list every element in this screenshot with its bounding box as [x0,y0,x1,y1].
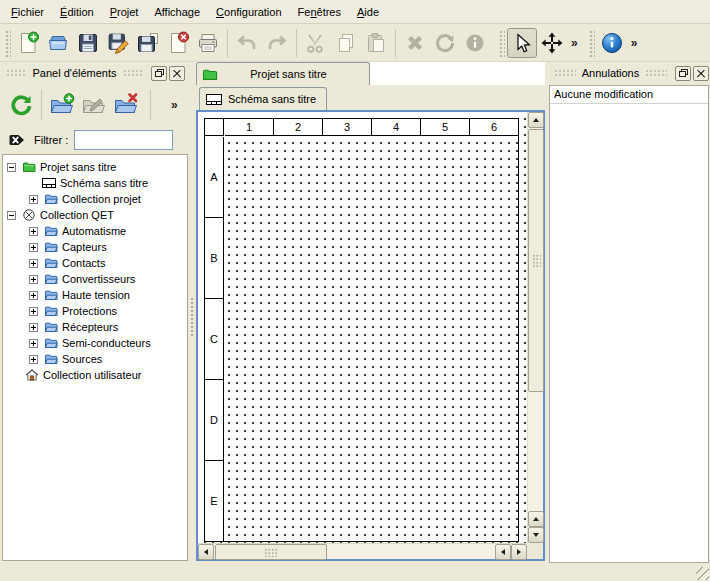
undo-list-item[interactable]: Aucune modification [550,86,708,104]
print-button[interactable] [193,28,223,58]
menu-edition[interactable]: Édition [52,0,102,23]
menu-affichage[interactable]: Affichage [146,0,208,23]
expand-icon[interactable] [29,227,38,236]
expand-icon[interactable] [29,307,38,316]
tree-item-recepteurs[interactable]: Récepteurs [3,319,187,335]
toolbar-handle[interactable] [498,29,505,57]
tree-item-sources[interactable]: Sources [3,351,187,367]
right-splitter[interactable] [545,62,548,563]
schema-tabbar: Schéma sans titre [196,85,545,110]
save-all-button[interactable] [133,28,163,58]
copy-button[interactable] [331,28,361,58]
tree-item-automatisme[interactable]: Automatisme [3,223,187,239]
expand-icon[interactable] [29,243,38,252]
close-file-button[interactable] [163,28,193,58]
diagram-view[interactable]: 1 2 3 4 5 6 A B C D E [196,110,545,561]
vertical-scrollbar-thumb[interactable] [528,129,544,392]
new-category-button[interactable] [46,89,78,121]
toolbar-overflow-chevron[interactable]: » [627,36,642,50]
scroll-up-button[interactable] [528,112,544,128]
expand-icon[interactable] [29,323,38,332]
tree-item-haute-tension[interactable]: Haute tension [3,287,187,303]
tree-item-label: Schéma sans titre [60,177,148,189]
tab-schema-sans-titre[interactable]: Schéma sans titre [199,87,327,110]
menu-projet[interactable]: Projet [102,0,147,23]
tree-item-projet-sans-titre[interactable]: Projet sans titre [3,159,187,175]
horizontal-scrollbar[interactable] [198,543,527,559]
select-tool-button[interactable] [507,28,537,58]
tree-item-semi-conducteurs[interactable]: Semi-conducteurs [3,335,187,351]
grid-column-label: 5 [421,119,470,135]
expand-icon[interactable] [29,259,38,268]
menu-aide[interactable]: Aide [349,0,387,23]
tree-item-convertisseurs[interactable]: Convertisseurs [3,271,187,287]
save-button[interactable] [73,28,103,58]
close-panel-button[interactable] [693,66,709,81]
edit-category-button[interactable] [78,89,110,121]
left-splitter[interactable] [188,62,196,563]
collapse-icon[interactable] [7,163,16,172]
element-info-button[interactable] [460,28,490,58]
open-button[interactable] [43,28,73,58]
undo-panel-title: Annulations [582,67,640,79]
expand-icon[interactable] [29,195,38,204]
elements-panel-titlebar[interactable]: Panel d'éléments [0,62,188,84]
diagram-icon [206,93,222,106]
tree-item-collection-utilisateur[interactable]: Collection utilisateur [3,367,187,383]
scroll-left-button[interactable] [198,544,214,560]
filter-input[interactable] [74,130,173,150]
delete-category-button[interactable] [110,89,142,121]
elements-tree: Projet sans titre Schéma sans titre Coll… [2,154,188,561]
cut-icon [304,31,328,55]
redo-button[interactable] [262,28,292,58]
collapse-icon[interactable] [7,211,16,220]
menu-fenetres[interactable]: Fenêtres [290,0,349,23]
tree-item-collection-projet[interactable]: Collection projet [3,191,187,207]
reload-collections-button[interactable] [5,89,37,121]
delete-button[interactable] [400,28,430,58]
undo-list[interactable]: Aucune modification [549,85,709,563]
tree-item-capteurs[interactable]: Capteurs [3,239,187,255]
move-tool-button[interactable] [537,28,567,58]
diagram-canvas[interactable]: 1 2 3 4 5 6 A B C D E [198,112,527,543]
close-panel-button[interactable] [169,66,185,81]
undo-button[interactable] [232,28,262,58]
scroll-up-button-bottom[interactable] [528,511,544,527]
cut-button[interactable] [301,28,331,58]
expand-icon[interactable] [29,355,38,364]
menu-configuration[interactable]: Configuration [208,0,289,23]
print-icon [196,31,220,55]
expand-icon[interactable] [29,275,38,284]
help-button[interactable] [597,28,627,58]
resize-grip-icon[interactable] [696,567,709,580]
scroll-down-button[interactable] [528,527,544,543]
tree-item-contacts[interactable]: Contacts [3,255,187,271]
save-as-button[interactable] [103,28,133,58]
tree-item-collection-qet[interactable]: Collection QET [3,207,187,223]
clear-filter-icon[interactable] [8,131,26,149]
select-tool-icon [510,31,534,55]
vertical-scrollbar[interactable] [527,112,543,543]
tree-item-label: Contacts [62,257,105,269]
tree-item-protections[interactable]: Protections [3,303,187,319]
horizontal-scrollbar-thumb[interactable] [215,544,327,560]
scroll-left-button-right[interactable] [495,544,511,560]
float-panel-button[interactable] [151,66,167,81]
paste-button[interactable] [361,28,391,58]
toolbar-handle[interactable] [588,29,595,57]
toolbar-handle[interactable] [4,29,11,57]
tree-item-label: Capteurs [62,241,107,253]
expand-icon[interactable] [29,291,38,300]
undo-panel-titlebar[interactable]: Annulations [548,62,710,84]
expand-icon[interactable] [29,339,38,348]
menu-fichier[interactable]: Fichier [3,0,52,23]
tab-projet-sans-titre[interactable]: Projet sans titre [196,62,370,85]
scroll-right-button[interactable] [511,544,527,560]
toolbar-overflow-chevron[interactable]: » [567,36,582,50]
new-document-button[interactable] [13,28,43,58]
panel-overflow-chevron[interactable]: » [167,98,182,112]
rotate-button[interactable] [430,28,460,58]
float-panel-button[interactable] [675,66,691,81]
sheet-row-header: A B C D E [205,137,224,541]
tree-item-schema-sans-titre[interactable]: Schéma sans titre [3,175,187,191]
